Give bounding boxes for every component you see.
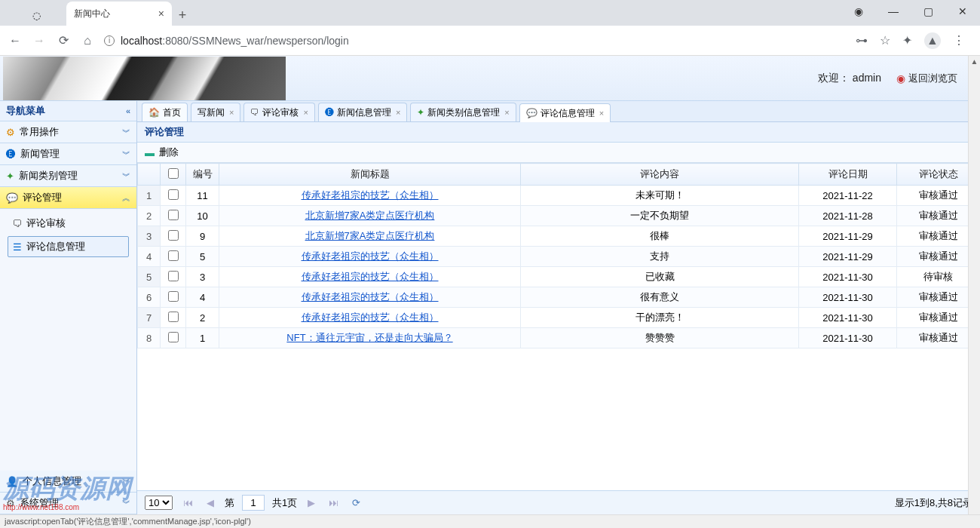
close-icon[interactable]: × — [303, 108, 308, 117]
new-tab-button[interactable]: + — [172, 5, 193, 26]
sidebar-title: 导航菜单 « — [0, 101, 136, 121]
maximize-button[interactable]: ▢ — [911, 0, 945, 23]
row-checkbox[interactable] — [168, 189, 179, 200]
chevron-icon: ︾ — [122, 127, 130, 138]
table-row[interactable]: 210北京新增7家A类定点医疗机构一定不负期望2021-11-28审核通过 — [138, 206, 980, 226]
row-checkbox[interactable] — [168, 312, 179, 322]
last-page-button[interactable]: ⏭ — [326, 497, 341, 508]
sidebar-item-2[interactable]: ✦新闻类别管理︾ — [0, 165, 136, 187]
col-header-1[interactable]: 新闻标题 — [219, 164, 521, 186]
gear-icon: ⚙ — [6, 127, 15, 138]
globe-icon: ◌ — [32, 10, 41, 21]
browser-tab[interactable]: 新闻中心 × — [66, 2, 172, 26]
cell-title: 传承好老祖宗的技艺（众生相） — [219, 186, 521, 206]
cell-status: 审核通过 — [897, 226, 980, 247]
sidebar-subitem-0[interactable]: 🗨评论审核 — [8, 213, 129, 233]
cell-num: 1 — [186, 328, 219, 348]
tab-4[interactable]: ✦新闻类别信息管理× — [410, 103, 516, 121]
select-all-checkbox[interactable] — [168, 168, 179, 179]
tab-1[interactable]: 写新闻× — [191, 103, 240, 121]
record-icon[interactable]: ◉ — [841, 0, 876, 23]
chevron-icon: ︽ — [122, 192, 130, 204]
next-page-button[interactable]: ▶ — [305, 497, 318, 508]
reload-button[interactable]: ⟳ — [56, 33, 71, 48]
scrollbar[interactable]: ▲ — [968, 56, 980, 514]
table-row[interactable]: 64传承好老祖宗的技艺（众生相）很有意义2021-11-30审核通过 — [138, 287, 980, 308]
minimize-button[interactable]: — — [876, 0, 911, 23]
delete-button[interactable]: 删除 — [159, 146, 179, 159]
col-header-4[interactable]: 评论状态 — [897, 164, 980, 186]
sidebar-subitem-1[interactable]: ☰评论信息管理 — [8, 236, 129, 257]
row-checkbox[interactable] — [168, 332, 179, 342]
col-header-0[interactable]: 编号 — [186, 164, 219, 186]
title-link[interactable]: 传承好老祖宗的技艺（众生相） — [302, 271, 439, 282]
sidebar-item-label: 常用操作 — [20, 125, 59, 139]
tab-3[interactable]: 🅔新闻信息管理× — [318, 103, 407, 121]
col-header-3[interactable]: 评论日期 — [799, 164, 897, 186]
row-number: 8 — [138, 328, 161, 348]
status-bar: javascript:openTab('评论信息管理','commentMana… — [0, 514, 980, 528]
key-icon[interactable]: ⊶ — [856, 33, 868, 48]
scroll-up-icon[interactable]: ▲ — [969, 56, 980, 68]
sidebar-bottom-item-1[interactable]: ⚙系统管理︾ — [0, 493, 136, 514]
table-row[interactable]: 45传承好老祖宗的技艺（众生相）支持2021-11-29审核通过 — [138, 247, 980, 267]
chevron-icon: ︾ — [122, 170, 130, 182]
close-icon[interactable]: × — [229, 108, 234, 117]
cell-status: 审核通过 — [897, 328, 980, 348]
close-window-button[interactable]: ✕ — [945, 0, 980, 23]
username: admin — [853, 72, 881, 84]
browser-chrome: ◌ 新闻中心 × + ◉ — ▢ ✕ ← → ⟳ ⌂ i localhost:8… — [0, 0, 980, 56]
home-button[interactable]: ⌂ — [80, 34, 95, 48]
title-link[interactable]: 传承好老祖宗的技艺（众生相） — [302, 250, 439, 262]
refresh-button[interactable]: ⟳ — [349, 497, 363, 508]
profile-avatar[interactable]: ▲ — [924, 32, 941, 49]
row-checkbox[interactable] — [168, 291, 179, 302]
close-icon[interactable]: × — [599, 109, 604, 118]
table-row[interactable]: 39北京新增7家A类定点医疗机构很棒2021-11-29审核通过 — [138, 226, 980, 247]
address-bar[interactable]: i localhost:8080/SSMNews_war/newsperson/… — [104, 35, 847, 47]
table-row[interactable]: 111传承好老祖宗的技艺（众生相）未来可期！2021-11-22审核通过 — [138, 186, 980, 206]
menu-icon[interactable]: ⋮ — [953, 33, 965, 48]
tab-5[interactable]: 💬评论信息管理× — [519, 103, 611, 122]
row-number: 1 — [138, 186, 161, 206]
sidebar-item-3[interactable]: 💬评论管理︽ — [0, 187, 136, 209]
tab-label: 写新闻 — [198, 106, 225, 119]
title-link[interactable]: 传承好老祖宗的技艺（众生相） — [302, 189, 439, 201]
tab-2[interactable]: 🗨评论审核× — [243, 103, 314, 121]
first-page-button[interactable]: ⏮ — [180, 497, 196, 508]
bookmark-icon[interactable]: ☆ — [880, 33, 890, 48]
sidebar-item-1[interactable]: 🅔新闻管理︾ — [0, 143, 136, 165]
sidebar-bottom-item-0[interactable]: 👤个人信息管理︾ — [0, 471, 136, 493]
title-link[interactable]: 传承好老祖宗的技艺（众生相） — [302, 312, 439, 323]
close-icon[interactable]: × — [396, 108, 400, 117]
row-checkbox[interactable] — [168, 250, 179, 261]
site-info-icon[interactable]: i — [104, 35, 115, 46]
tab-0[interactable]: 🏠首页 — [142, 103, 188, 121]
title-link[interactable]: 传承好老祖宗的技艺（众生相） — [302, 291, 439, 302]
table-row[interactable]: 81NFT：通往元宇宙，还是走向大骗局？赞赞赞2021-11-30审核通过 — [138, 328, 980, 348]
table-row[interactable]: 53传承好老祖宗的技艺（众生相）已收藏2021-11-30待审核 — [138, 267, 980, 287]
title-link[interactable]: 北京新增7家A类定点医疗机构 — [305, 230, 435, 241]
row-checkbox[interactable] — [168, 230, 179, 241]
sidebar-item-0[interactable]: ⚙常用操作︾ — [0, 121, 136, 143]
forward-button[interactable]: → — [32, 34, 47, 48]
close-icon[interactable]: × — [504, 108, 509, 117]
back-to-browse-link[interactable]: ◉ 返回浏览页 — [896, 72, 957, 85]
tag-icon: ✦ — [6, 170, 14, 182]
back-button[interactable]: ← — [8, 34, 23, 48]
row-checkbox[interactable] — [168, 210, 179, 220]
row-checkbox[interactable] — [168, 271, 179, 281]
prev-page-button[interactable]: ◀ — [204, 497, 217, 508]
extensions-icon[interactable]: ✦ — [902, 33, 912, 48]
page-size-select[interactable]: 10 — [145, 496, 173, 510]
close-icon[interactable]: × — [158, 8, 164, 20]
col-header-2[interactable]: 评论内容 — [521, 164, 799, 186]
table-row[interactable]: 72传承好老祖宗的技艺（众生相）干的漂亮！2021-11-30审核通过 — [138, 308, 980, 328]
tab-lead: ◌ — [6, 5, 66, 26]
title-link[interactable]: 北京新增7家A类定点医疗机构 — [305, 210, 435, 221]
url-port: :8080 — [162, 35, 188, 47]
sidebar-subitem-label: 评论审核 — [26, 216, 66, 230]
page-number-input[interactable] — [242, 495, 265, 511]
title-link[interactable]: NFT：通往元宇宙，还是走向大骗局？ — [286, 332, 452, 343]
collapse-icon[interactable]: « — [126, 106, 130, 115]
